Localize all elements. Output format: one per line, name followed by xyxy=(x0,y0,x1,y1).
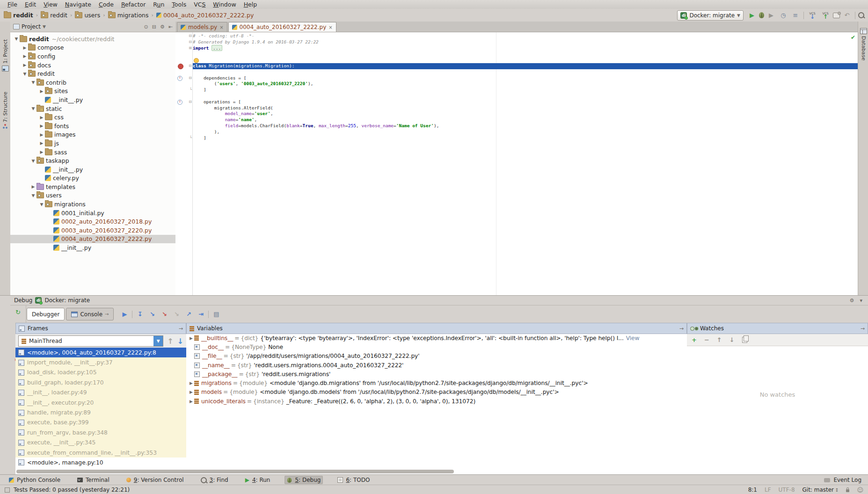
tab-console[interactable]: Console → xyxy=(66,308,114,320)
fold-collapse-icon[interactable]: └ xyxy=(190,87,192,93)
menu-code[interactable]: Code xyxy=(95,1,117,8)
override-marker-icon[interactable]: ↑ xyxy=(177,100,182,105)
fold-collapse-icon[interactable]: └ xyxy=(190,135,192,141)
menu-run[interactable]: Run xyxy=(149,1,168,8)
breakpoint-icon[interactable] xyxy=(178,64,183,69)
tree-row[interactable]: ▶js xyxy=(10,139,175,148)
tool-window-button-5-debug[interactable]: 5: Debug xyxy=(284,476,323,484)
intention-bulb-icon[interactable] xyxy=(194,58,199,63)
previous-frame-icon[interactable]: ↑ xyxy=(167,337,173,346)
expand-arrow-icon[interactable]: ▶ xyxy=(22,63,28,67)
menu-view[interactable]: View xyxy=(40,1,61,8)
run-with-coverage-icon[interactable]: ▶ xyxy=(766,11,776,20)
frame-row[interactable]: import_module, __init__.py:37 xyxy=(15,357,186,367)
locate-icon[interactable]: ⊙ xyxy=(144,24,148,30)
expand-arrow-icon[interactable]: ▶ xyxy=(22,54,28,58)
profiler-icon[interactable]: ◷ xyxy=(778,11,788,20)
close-tab-icon[interactable]: × xyxy=(328,25,332,30)
line-ending[interactable]: LF xyxy=(765,487,771,493)
vcs-commit-icon[interactable]: VCS↑ xyxy=(820,12,831,19)
expand-arrow-icon[interactable]: ▶ xyxy=(38,132,45,137)
menu-tools[interactable]: Tools xyxy=(168,1,190,8)
collapse-arrow-icon[interactable]: ▼ xyxy=(13,36,20,41)
frame-row[interactable]: load_disk, loader.py:105 xyxy=(15,368,186,378)
variable-row[interactable]: __package__={str}'reddit.users.migration… xyxy=(186,370,687,378)
tree-row[interactable]: __init__.py xyxy=(10,95,175,104)
caret-position[interactable]: 8:1 xyxy=(748,487,757,493)
expand-arrow-icon[interactable]: ▶ xyxy=(30,184,36,189)
menu-refactor[interactable]: Refactor xyxy=(117,1,149,8)
debug-settings-icon[interactable]: ⚙ xyxy=(850,298,854,304)
highlighting-level-icon[interactable]: ☺ xyxy=(857,487,863,494)
tree-row[interactable]: ▼static xyxy=(10,104,175,113)
settings-icon[interactable]: ⚙ xyxy=(160,24,165,30)
tool-window-button-python-console[interactable]: Python Console xyxy=(7,476,63,484)
read-only-lock-icon[interactable] xyxy=(846,489,849,492)
variable-row[interactable]: ▶__builtins__={dict}{'bytearray': <type … xyxy=(186,334,687,342)
collapse-arrow-icon[interactable]: ▼ xyxy=(30,193,36,198)
tree-row[interactable]: ▶sites xyxy=(10,87,175,96)
editor-tab[interactable]: 0004_auto_20160327_2222.py× xyxy=(228,22,336,32)
variables-flow-icon[interactable]: → xyxy=(679,326,684,332)
collapse-all-icon[interactable]: ⊟ xyxy=(152,24,156,30)
expand-arrow-icon[interactable]: ▶ xyxy=(38,150,45,154)
cvs-monitor-icon[interactable] xyxy=(833,13,840,18)
tree-row[interactable]: 0002_auto_20160327_2018.py xyxy=(10,217,175,226)
tool-window-button-6-todo[interactable]: 6: TODO xyxy=(335,476,372,484)
tree-row[interactable]: ▶config xyxy=(10,52,175,61)
breadcrumb-item[interactable]: reddit xyxy=(4,12,33,19)
frames-flow-icon[interactable]: → xyxy=(179,326,183,332)
expand-arrow-icon[interactable]: ▶ xyxy=(22,45,28,50)
tree-row[interactable]: ▶templates xyxy=(10,182,175,191)
breadcrumb-item[interactable]: 0004_auto_20160327_2222.py xyxy=(156,12,254,19)
frame-row[interactable]: build_graph, loader.py:170 xyxy=(15,378,186,387)
breadcrumb-item[interactable]: migrations xyxy=(108,12,149,19)
breadcrumb-item[interactable]: reddit xyxy=(41,12,67,19)
evaluate-expression-icon[interactable]: ▤ xyxy=(211,309,222,320)
run-to-cursor-icon[interactable]: ⇥ xyxy=(195,309,206,320)
file-encoding[interactable]: UTF-8 xyxy=(779,487,795,493)
sidebar-item-database[interactable]: Database xyxy=(858,28,868,61)
hide-debug-panel-icon[interactable]: ▾ xyxy=(860,298,862,304)
vcs-branch-widget[interactable]: Git: master ↕ xyxy=(802,487,839,493)
tree-row[interactable]: ▶css xyxy=(10,113,175,122)
breadcrumb-item[interactable]: users xyxy=(75,12,100,19)
step-out-icon[interactable]: ↗ xyxy=(183,309,194,320)
debug-icon[interactable] xyxy=(759,12,764,18)
tree-row[interactable]: ▼taskapp xyxy=(10,156,175,165)
tool-window-button-terminal[interactable]: Terminal xyxy=(75,476,112,484)
fold-collapse-icon[interactable]: ⊟ xyxy=(189,39,192,45)
collapse-arrow-icon[interactable]: ▼ xyxy=(22,72,28,76)
frame-row[interactable]: execute_from_command_line, __init__.py:3… xyxy=(15,448,186,458)
expand-arrow-icon[interactable]: ▶ xyxy=(188,381,194,385)
status-message[interactable]: Tests Passed: 0 passed (yesterday 22:21) xyxy=(14,487,130,493)
expand-arrow-icon[interactable]: ▶ xyxy=(38,124,45,128)
sidebar-item-project[interactable]: 1: Project xyxy=(0,39,10,72)
frame-row[interactable]: handle, migrate.py:89 xyxy=(15,407,186,417)
tree-row[interactable]: ▶docs xyxy=(10,61,175,70)
tool-window-button-9-version-control[interactable]: 9: Version Control xyxy=(124,476,186,484)
move-down-icon[interactable]: ↓ xyxy=(729,336,735,343)
expand-arrow-icon[interactable]: ▶ xyxy=(188,336,194,341)
frame-row[interactable]: __init__, loader.py:49 xyxy=(15,388,186,398)
tool-window-button-4-run[interactable]: ▶4: Run xyxy=(243,476,273,484)
view-link[interactable]: View xyxy=(626,335,640,341)
tree-row[interactable]: __init__.py xyxy=(10,165,175,174)
hide-panel-icon[interactable]: ⇤ xyxy=(168,24,173,30)
frame-row[interactable]: execute, __init__.py:345 xyxy=(15,438,186,448)
override-marker-icon[interactable]: ↑ xyxy=(177,76,182,81)
run-configuration-select[interactable]: dj Docker: migrate ▼ xyxy=(677,10,744,21)
tree-row[interactable]: ▼reddit xyxy=(10,69,175,78)
next-frame-icon[interactable]: ↓ xyxy=(177,337,183,346)
close-tab-icon[interactable]: × xyxy=(219,25,223,30)
fold-collapse-icon[interactable]: ⊟ xyxy=(189,63,192,69)
vcs-update-icon[interactable]: VCS↓ xyxy=(807,12,818,19)
menu-navigate[interactable]: Navigate xyxy=(61,1,95,8)
tree-row[interactable]: 0003_auto_20160327_2220.py xyxy=(10,226,175,235)
variable-row[interactable]: __name__={str}'reddit.users.migrations.0… xyxy=(186,361,687,370)
fold-collapse-icon[interactable]: ⊟ xyxy=(189,99,192,105)
copy-icon[interactable] xyxy=(742,337,747,343)
collapse-arrow-icon[interactable]: ▼ xyxy=(38,202,45,207)
add-watch-icon[interactable]: + xyxy=(692,336,697,343)
expand-arrow-icon[interactable]: ▶ xyxy=(188,399,194,404)
